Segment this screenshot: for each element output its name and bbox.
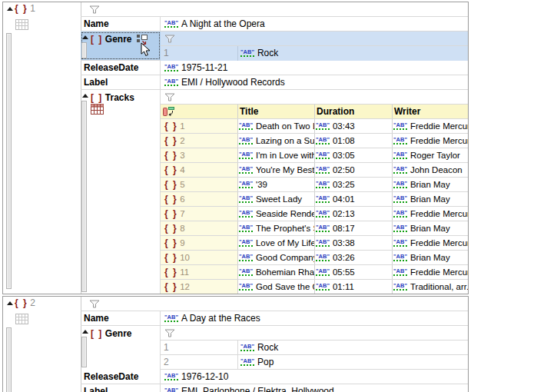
- cell-title[interactable]: "AB"The Prophet's Song: [238, 221, 315, 235]
- cell-writer[interactable]: "AB"Roger Taylor: [393, 148, 468, 162]
- object-2-row-header[interactable]: { }2: [3, 297, 81, 392]
- cell-duration[interactable]: "AB"03:43: [315, 119, 393, 133]
- array-value-cell[interactable]: "AB"Rock: [238, 46, 468, 61]
- filter-icon[interactable]: [164, 93, 176, 101]
- cell-duration[interactable]: "AB"02:13: [315, 207, 393, 221]
- genre-label-cell[interactable]: [ ]Genre: [81, 326, 161, 370]
- row-header[interactable]: { }8: [161, 221, 238, 235]
- track-row: { }6 "AB"Sweet Lady "AB"04:01 "AB"Brian …: [161, 192, 468, 207]
- collapse-icon[interactable]: [82, 94, 88, 98]
- cell-title[interactable]: "AB"I'm in Love with My Car: [238, 148, 315, 162]
- cell-title[interactable]: "AB"God Save the Queen: [238, 280, 315, 294]
- row-header[interactable]: { }12: [161, 280, 238, 294]
- property-name[interactable]: Name: [81, 17, 161, 31]
- cell-writer[interactable]: "AB"Brian May: [393, 192, 468, 206]
- cell-title[interactable]: "AB"Good Company: [238, 251, 315, 264]
- cell-title[interactable]: "AB"You're My Best Friend: [238, 163, 315, 177]
- table-view-icon[interactable]: [91, 104, 104, 115]
- pivot-header-cell[interactable]: [161, 105, 238, 118]
- row-header[interactable]: { }1: [161, 119, 238, 133]
- cell-duration[interactable]: "AB"08:17: [315, 221, 393, 235]
- row-header[interactable]: { }3: [161, 148, 238, 162]
- row-header[interactable]: { }6: [161, 192, 238, 206]
- collapse-handle[interactable]: [81, 337, 87, 367]
- track-row: { }9 "AB"Love of My Life "AB"03:38 "AB"F…: [161, 236, 468, 251]
- column-header-duration[interactable]: Duration: [315, 105, 393, 118]
- cell-writer[interactable]: "AB"Brian May: [393, 221, 468, 235]
- filter-icon[interactable]: [164, 35, 176, 43]
- collapse-icon[interactable]: [82, 35, 88, 39]
- cell-duration[interactable]: "AB"01:08: [315, 134, 393, 148]
- row-header[interactable]: { }10: [161, 251, 238, 264]
- cell-duration[interactable]: "AB"03:38: [315, 236, 393, 250]
- cell-writer[interactable]: "AB"Freddie Mercury: [393, 134, 468, 148]
- cell-duration[interactable]: "AB"01:11: [315, 280, 393, 294]
- row-header[interactable]: { }9: [161, 236, 238, 250]
- object-icon: { }: [164, 252, 177, 263]
- row-header[interactable]: { }7: [161, 207, 238, 221]
- collapse-icon[interactable]: [82, 330, 88, 334]
- pivot-table-icon[interactable]: [162, 106, 175, 117]
- cell-title[interactable]: "AB"Seaside Rendezvous: [238, 207, 315, 221]
- property-value[interactable]: "AB"EMI, Parlophone / Elektra, Hollywood: [161, 384, 468, 392]
- cell-duration[interactable]: "AB"03:26: [315, 251, 393, 264]
- cell-duration[interactable]: "AB"05:55: [315, 265, 393, 279]
- tracks-filter-row: [161, 90, 468, 105]
- collapse-icon[interactable]: [7, 301, 13, 305]
- cell-title[interactable]: "AB"Bohemian Rhapsody: [238, 265, 315, 279]
- array-index-cell[interactable]: 1: [161, 46, 238, 61]
- cell-writer[interactable]: "AB"Freddie Mercury: [393, 207, 468, 221]
- cell-writer[interactable]: "AB"Freddie Mercury: [393, 236, 468, 250]
- filter-icon[interactable]: [89, 5, 101, 14]
- filter-icon[interactable]: [164, 329, 176, 337]
- array-icon: [ ]: [91, 34, 103, 45]
- cell-writer[interactable]: "AB"John Deacon: [393, 163, 468, 177]
- row-header[interactable]: { }2: [161, 134, 238, 148]
- array-value-cell[interactable]: "AB"Rock: [238, 341, 468, 354]
- property-name[interactable]: Label: [81, 75, 161, 89]
- filter-icon[interactable]: [89, 300, 101, 308]
- tracks-label-cell[interactable]: [ ]Tracks: [81, 90, 161, 294]
- row-header[interactable]: { }4: [161, 163, 238, 177]
- cell-duration[interactable]: "AB"02:50: [315, 163, 393, 177]
- cell-title[interactable]: "AB"Death on Two Legs: [238, 119, 315, 133]
- column-header-title[interactable]: Title: [238, 105, 315, 118]
- array-index-cell[interactable]: 2: [161, 355, 238, 369]
- column-header-writer[interactable]: Writer: [393, 105, 468, 118]
- property-name[interactable]: Label: [81, 384, 161, 392]
- object-1-row-header[interactable]: { }1: [3, 2, 81, 294]
- array-value-cell[interactable]: "AB"Pop: [238, 355, 468, 369]
- cell-title[interactable]: "AB"Sweet Lady: [238, 192, 315, 206]
- cell-duration[interactable]: "AB"03:05: [315, 148, 393, 162]
- collapse-handle[interactable]: [81, 101, 87, 292]
- property-value[interactable]: "AB"1976-12-10: [161, 370, 468, 384]
- property-value[interactable]: "AB"A Night at the Opera: [161, 17, 468, 31]
- cell-writer[interactable]: "AB"Freddie Mercury: [393, 119, 468, 133]
- array-index-cell[interactable]: 1: [161, 341, 238, 354]
- collapse-handle[interactable]: [6, 33, 12, 289]
- collapse-icon[interactable]: [7, 7, 13, 11]
- collapse-handle[interactable]: [81, 42, 87, 58]
- cell-writer[interactable]: "AB"Brian May: [393, 251, 468, 264]
- string-type-icon: "AB": [393, 151, 407, 159]
- cell-duration[interactable]: "AB"04:01: [315, 192, 393, 206]
- property-name[interactable]: ReleaseDate: [81, 61, 161, 75]
- collapse-handle[interactable]: [6, 327, 12, 392]
- row-header[interactable]: { }5: [161, 178, 238, 191]
- cell-duration[interactable]: "AB"03:25: [315, 178, 393, 191]
- property-value[interactable]: "AB"EMI / Hollywood Records: [161, 75, 468, 89]
- cell-writer[interactable]: "AB"Brian May: [393, 178, 468, 191]
- property-name[interactable]: Name: [81, 311, 161, 325]
- table-view-icon[interactable]: [15, 19, 28, 30]
- cell-title[interactable]: "AB"Lazing on a Sunday Afternoon: [238, 134, 315, 148]
- row-header[interactable]: { }11: [161, 265, 238, 279]
- property-name[interactable]: ReleaseDate: [81, 370, 161, 384]
- cell-writer[interactable]: "AB"Freddie Mercury: [393, 265, 468, 279]
- property-value[interactable]: "AB"A Day at the Races: [161, 311, 468, 325]
- table-view-icon[interactable]: [15, 314, 28, 324]
- string-type-icon: "AB": [316, 166, 330, 174]
- cell-title[interactable]: "AB"'39: [238, 178, 315, 191]
- property-value[interactable]: "AB"1975-11-21: [161, 61, 468, 75]
- cell-title[interactable]: "AB"Love of My Life: [238, 236, 315, 250]
- cell-writer[interactable]: "AB"Traditional, arr. May: [393, 280, 468, 294]
